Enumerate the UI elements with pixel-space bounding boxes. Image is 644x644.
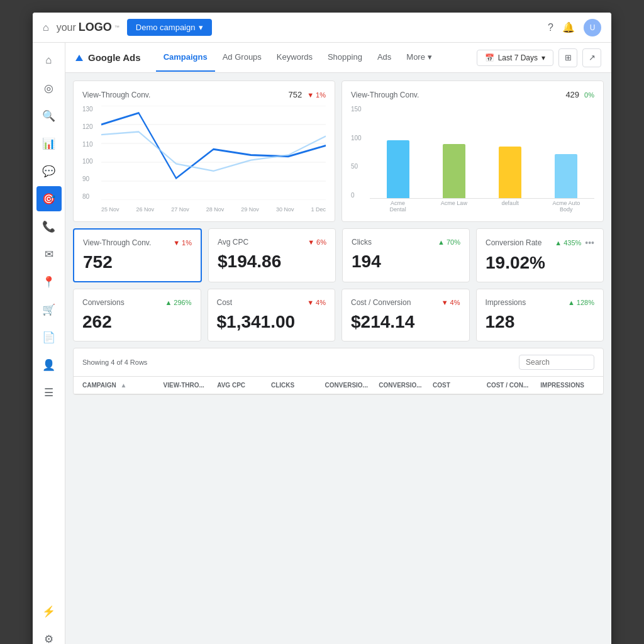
col-cost-per-con[interactable]: COST / CON...	[487, 382, 541, 389]
sidebar-item-settings[interactable]: ⚙	[36, 626, 62, 644]
bar-chart-container: 150 100 50 0	[351, 106, 594, 213]
col-cost[interactable]: COST	[433, 382, 487, 389]
metric-change-conversions: ▲ 296%	[165, 299, 191, 306]
line-chart-value-area: 752 ▼ 1%	[288, 90, 326, 99]
y-label-130: 130	[82, 106, 99, 113]
metric-card-view-through[interactable]: View-Through Conv. ▼ 1% 752	[73, 228, 202, 282]
tab-keywords[interactable]: Keywords	[269, 43, 320, 72]
sidebar-item-search[interactable]: 🔍	[36, 103, 62, 128]
metric-value-impressions: 128	[486, 312, 595, 332]
bar-y-labels: 150 100 50 0	[351, 106, 367, 199]
table-info-text: Showing 4 of 4 Rows	[82, 358, 147, 366]
metric-title-clicks: Clicks	[352, 238, 372, 247]
date-range-button[interactable]: 📅 Last 7 Days ▾	[477, 50, 553, 66]
bar-label-auto: Acme Auto Body	[550, 200, 582, 213]
sidebar-item-location[interactable]: 📍	[36, 269, 62, 294]
metric-title-avg-cpc: Avg CPC	[218, 238, 248, 247]
sidebar-item-list[interactable]: ☰	[36, 380, 62, 405]
metric-card-conversions[interactable]: Conversions ▲ 296% 262	[73, 289, 201, 341]
logo-logo-text: LOGO	[79, 21, 112, 34]
bar-group-acme-dental	[370, 140, 426, 198]
avatar[interactable]: U	[584, 19, 601, 36]
calendar-icon: 📅	[485, 53, 494, 62]
col-campaign[interactable]: CAMPAIGN ▲	[82, 382, 164, 389]
bar-default	[499, 147, 521, 198]
metric-card-avg-cpc[interactable]: Avg CPC ▼ 6% $194.86	[208, 228, 336, 282]
metric-title-cost: Cost	[217, 298, 233, 307]
sidebar-item-user[interactable]: 👤	[36, 352, 62, 377]
line-chart-y-labels: 130 120 110 100 90 80	[82, 106, 99, 200]
metric-card-clicks[interactable]: Clicks ▲ 70% 194	[342, 228, 470, 282]
metric-change-impressions: ▲ 128%	[568, 299, 594, 306]
y-label-80: 80	[82, 193, 99, 200]
sidebar-item-mail[interactable]: ✉	[36, 242, 62, 267]
tab-more[interactable]: More ▾	[399, 43, 439, 72]
bar-acme-dental	[387, 140, 409, 198]
col-conversio-2[interactable]: CONVERSIO...	[379, 382, 433, 389]
tab-ads[interactable]: Ads	[370, 43, 399, 72]
metric-title-cost-per-conversion: Cost / Conversion	[351, 298, 411, 307]
sidebar-item-bolt[interactable]: ⚡	[36, 599, 62, 624]
table-search-input[interactable]	[519, 355, 594, 370]
table-header: Showing 4 of 4 Rows	[74, 348, 603, 377]
sidebar-item-chart[interactable]: 📊	[36, 131, 62, 156]
sidebar-item-cart[interactable]: 🛒	[36, 297, 62, 322]
columns-icon[interactable]: ⊞	[558, 48, 577, 67]
metric-card-cost-per-conversion[interactable]: Cost / Conversion ▼ 4% $214.14	[341, 289, 470, 341]
table-columns: CAMPAIGN ▲ VIEW-THRO... AVG CPC CLICKS C…	[74, 377, 603, 394]
col-view-through[interactable]: VIEW-THRO...	[164, 382, 218, 389]
metric-card-conversion-rate[interactable]: Conversion Rate ▲ 435% ••• 19.02%	[476, 228, 604, 282]
google-ads-logo: Google Ads	[75, 52, 141, 63]
metric-dots-conversion-rate[interactable]: •••	[585, 238, 594, 248]
metric-change-clicks: ▲ 70%	[438, 238, 460, 246]
metric-value-clicks: 194	[352, 252, 460, 272]
line-chart-svg	[101, 106, 326, 200]
notifications-icon[interactable]: 🔔	[562, 21, 575, 33]
y-label-110: 110	[82, 141, 99, 148]
bar-chart-card: View-Through Conv. 429 0% 150 100 50	[341, 80, 604, 222]
google-ads-text: Google Ads	[88, 52, 141, 63]
metric-title-impressions: Impressions	[486, 298, 526, 307]
col-conversio-1[interactable]: CONVERSIO...	[325, 382, 379, 389]
sidebar-item-home[interactable]: ⌂	[36, 48, 62, 73]
metric-card-impressions[interactable]: Impressions ▲ 128% 128	[476, 289, 604, 341]
bar-chart-value-area: 429 0%	[565, 90, 594, 99]
share-icon[interactable]: ↗	[582, 48, 601, 67]
data-table: Showing 4 of 4 Rows CAMPAIGN ▲ VIEW-THRO…	[73, 348, 604, 395]
metric-card-cost[interactable]: Cost ▼ 4% $1,341.00	[208, 289, 336, 341]
sidebar-item-chat[interactable]: 💬	[36, 158, 62, 184]
metric-header-conversion-rate: Conversion Rate ▲ 435% •••	[486, 238, 594, 248]
line-chart-container: 130 120 110 100 90 80	[82, 106, 326, 213]
sidebar-item-phone[interactable]: 📞	[36, 214, 62, 239]
tab-campaigns[interactable]: Campaigns	[156, 43, 215, 72]
app-window: ⌂ yourLOGO™ Demo campaign ▾ ? 🔔 U ⌂ ◎ 🔍 …	[33, 13, 611, 644]
line-chart-x-labels: 25 Nov 26 Nov 27 Nov 28 Nov 29 Nov 30 No…	[101, 206, 326, 213]
y-label-90: 90	[82, 175, 99, 182]
col-impressions[interactable]: IMPRESSIONS	[540, 382, 594, 389]
metric-value-cost-per-conversion: $214.14	[351, 312, 460, 332]
logo-your-text: your	[57, 22, 76, 33]
sidebar-item-target[interactable]: 🎯	[36, 186, 62, 211]
content-area: View-Through Conv. 752 ▼ 1% 130 120 110	[65, 73, 611, 402]
help-icon[interactable]: ?	[548, 22, 553, 33]
x-label-27nov: 27 Nov	[171, 206, 189, 213]
bars-container	[370, 106, 594, 199]
sidebar-item-docs[interactable]: 📄	[36, 325, 62, 350]
header-right: ? 🔔 U	[548, 19, 601, 36]
tab-ad-groups[interactable]: Ad Groups	[215, 43, 269, 72]
col-clicks[interactable]: CLICKS	[271, 382, 325, 389]
metrics-row-1: View-Through Conv. ▼ 1% 752 Avg CPC ▼ 6%…	[73, 228, 604, 282]
tab-shopping[interactable]: Shopping	[320, 43, 370, 72]
col-avg-cpc[interactable]: AVG CPC	[217, 382, 271, 389]
line-chart-value: 752	[288, 90, 302, 99]
metric-value-avg-cpc: $194.86	[218, 252, 326, 272]
demo-campaign-button[interactable]: Demo campaign ▾	[127, 19, 213, 36]
sidebar-item-campaigns[interactable]: ◎	[36, 75, 62, 101]
metric-change-cost: ▼ 4%	[307, 299, 326, 306]
bar-label-law: Acme Law	[438, 200, 470, 213]
line-chart-header: View-Through Conv. 752 ▼ 1%	[82, 90, 326, 99]
sort-icon: ▲	[120, 382, 126, 389]
metric-header-avg-cpc: Avg CPC ▼ 6%	[218, 238, 326, 247]
line-chart-change: ▼ 1%	[307, 91, 326, 99]
home-icon[interactable]: ⌂	[43, 22, 49, 33]
